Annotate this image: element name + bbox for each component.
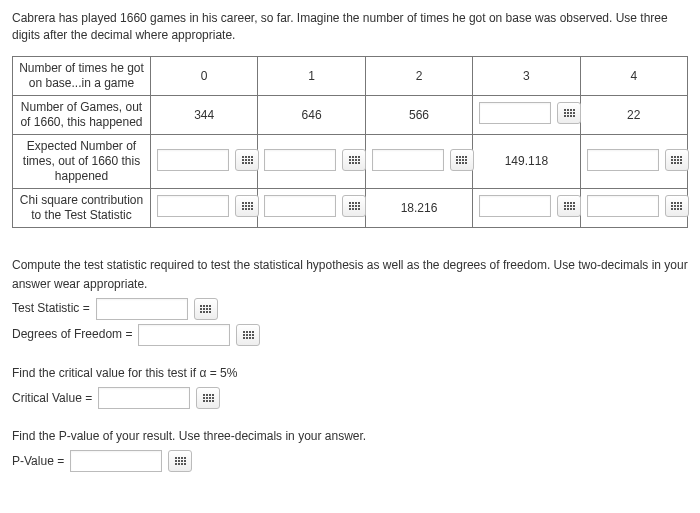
critical-value-label: Critical Value = [12,389,92,408]
critical-value-input[interactable] [98,387,190,409]
dof-input[interactable] [138,324,230,346]
keypad-icon[interactable] [235,195,259,217]
section-test-statistic: Compute the test statistic required to t… [12,256,688,346]
section-critical-value: Find the critical value for this test if… [12,364,688,409]
cell-input [473,95,580,134]
cell-input [473,188,580,227]
cell-input [151,134,258,188]
cell-input [580,134,687,188]
cell-value: 566 [365,95,472,134]
col-header: 2 [365,56,472,95]
col-header: 0 [151,56,258,95]
expected-input-4[interactable] [587,149,659,171]
col-header: 1 [258,56,365,95]
keypad-icon[interactable] [665,149,689,171]
cell-input [258,188,365,227]
keypad-icon[interactable] [235,149,259,171]
keypad-icon[interactable] [168,450,192,472]
cell-input [365,134,472,188]
p-value-input[interactable] [70,450,162,472]
table-row: Chi square contribution to the Test Stat… [13,188,688,227]
dof-label: Degrees of Freedom = [12,325,132,344]
cell-value: 149.118 [473,134,580,188]
p-value-label: P-Value = [12,452,64,471]
keypad-icon[interactable] [557,102,581,124]
row-header: Expected Number of times, out of 1660 th… [13,134,151,188]
row-header: Chi square contribution to the Test Stat… [13,188,151,227]
cell-value: 646 [258,95,365,134]
data-table: Number of times he got on base...in a ga… [12,56,688,228]
chi-input-1[interactable] [264,195,336,217]
keypad-icon[interactable] [196,387,220,409]
keypad-icon[interactable] [450,149,474,171]
chi-input-4[interactable] [587,195,659,217]
col-header: 3 [473,56,580,95]
section-text: Find the critical value for this test if… [12,364,688,383]
cell-value: 22 [580,95,687,134]
keypad-icon[interactable] [236,324,260,346]
keypad-icon[interactable] [194,298,218,320]
keypad-icon[interactable] [342,149,366,171]
chi-input-3[interactable] [479,195,551,217]
col-header: 4 [580,56,687,95]
expected-input-2[interactable] [372,149,444,171]
cell-value: 344 [151,95,258,134]
keypad-icon[interactable] [342,195,366,217]
chi-input-0[interactable] [157,195,229,217]
row-header: Number of Games, out of 1660, this happe… [13,95,151,134]
cell-value: 18.216 [365,188,472,227]
section-text: Compute the test statistic required to t… [12,256,688,294]
cell-input [258,134,365,188]
keypad-icon[interactable] [557,195,581,217]
cell-input [151,188,258,227]
table-row: Number of Games, out of 1660, this happe… [13,95,688,134]
row-header: Number of times he got on base...in a ga… [13,56,151,95]
test-statistic-label: Test Statistic = [12,299,90,318]
table-row: Expected Number of times, out of 1660 th… [13,134,688,188]
cell-input [580,188,687,227]
section-text: Find the P-value of your result. Use thr… [12,427,688,446]
expected-input-1[interactable] [264,149,336,171]
test-statistic-input[interactable] [96,298,188,320]
table-row: Number of times he got on base...in a ga… [13,56,688,95]
keypad-icon[interactable] [665,195,689,217]
expected-input-0[interactable] [157,149,229,171]
section-p-value: Find the P-value of your result. Use thr… [12,427,688,472]
intro-text: Cabrera has played 1660 games in his car… [12,10,688,44]
observed-input-3[interactable] [479,102,551,124]
